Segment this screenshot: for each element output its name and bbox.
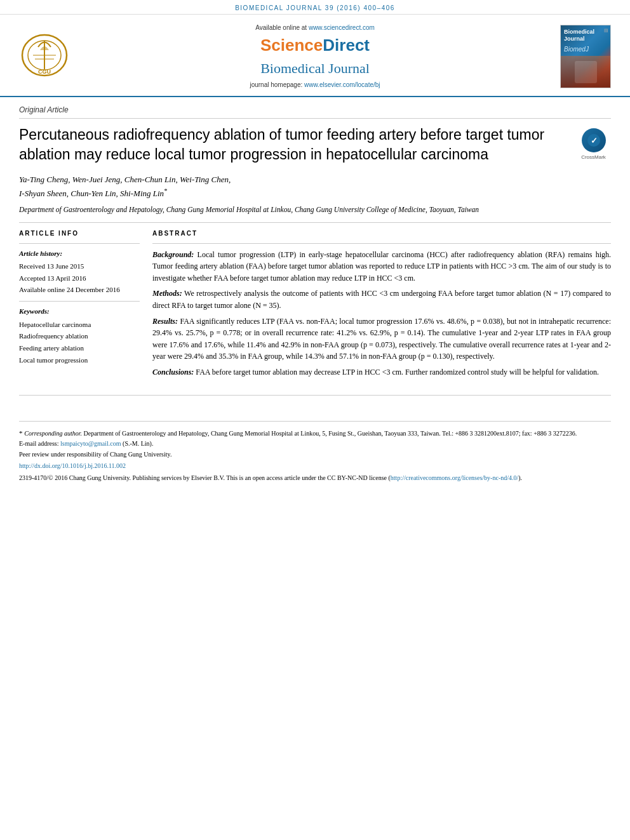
page-wrapper: BIOMEDICAL JOURNAL 39 (2016) 400–406 CGU bbox=[0, 0, 630, 840]
doi-text[interactable]: http://dx.doi.org/10.1016/j.bj.2016.11.0… bbox=[19, 462, 126, 469]
svg-text:✓: ✓ bbox=[590, 136, 597, 145]
conclusions-paragraph: Conclusions: FAA before target tumor abl… bbox=[152, 366, 611, 378]
cover-title: BiomedicalJournal bbox=[564, 29, 607, 43]
article-type: Original Article bbox=[19, 105, 611, 119]
results-paragraph: Results: FAA significantly reduces LTP (… bbox=[152, 316, 611, 363]
keyword-1: Hepatocellular carcinoma bbox=[19, 319, 140, 331]
corresponding-address: Department of Gastroenterology and Hepat… bbox=[84, 430, 577, 437]
conclusions-text: FAA before target tumor ablation may dec… bbox=[196, 368, 599, 377]
email-label: E-mail address: bbox=[19, 440, 58, 447]
keyword-2: Radiofrequency ablation bbox=[19, 330, 140, 342]
direct-text: Direct bbox=[323, 36, 370, 55]
copyright-line: 2319-4170/© 2016 Chang Gung University. … bbox=[19, 473, 611, 483]
corresponding-star: * bbox=[164, 187, 167, 194]
history-label: Article history: bbox=[19, 249, 140, 258]
background-paragraph: Background: Local tumor progression (LTP… bbox=[152, 249, 611, 284]
crossmark-svg: ✓ bbox=[587, 133, 601, 147]
footer-section: * Corresponding author. Department of Ga… bbox=[19, 421, 611, 484]
crossmark-icon: ✓ bbox=[582, 128, 606, 152]
cover-subtitle: BiomedJ bbox=[564, 45, 607, 54]
article-info-header: ARTICLE INFO bbox=[19, 229, 140, 238]
article-dates: Received 13 June 2015 Accepted 13 April … bbox=[19, 260, 140, 296]
accepted-date: Accepted 13 April 2016 bbox=[19, 272, 140, 284]
results-label: Results: bbox=[152, 317, 178, 326]
two-column-layout: ARTICLE INFO Article history: Received 1… bbox=[19, 229, 611, 382]
methods-label: Methods: bbox=[152, 289, 182, 298]
keywords-label: Keywords: bbox=[19, 307, 140, 316]
left-column: ARTICLE INFO Article history: Received 1… bbox=[19, 229, 140, 382]
keywords-section: Keywords: Hepatocellular carcinoma Radio… bbox=[19, 307, 140, 366]
email-owner: (S.-M. Lin). bbox=[123, 440, 153, 447]
journal-homepage: journal homepage: www.elsevier.com/locat… bbox=[83, 81, 547, 90]
email-address[interactable]: lsmpaicyto@gmail.com bbox=[60, 440, 121, 447]
col-divider-2 bbox=[19, 301, 140, 302]
background-label: Background: bbox=[152, 250, 194, 259]
header-section: CGU Available online at www.sciencedirec… bbox=[0, 15, 630, 97]
journal-homepage-label: journal homepage: bbox=[250, 81, 302, 88]
abstract-text: Background: Local tumor progression (LTP… bbox=[152, 249, 611, 378]
header-center: Available online at www.sciencedirect.co… bbox=[83, 23, 547, 90]
peer-review-line: Peer review under responsibility of Chan… bbox=[19, 450, 611, 459]
authors-section: Ya-Ting Cheng, Wen-Juei Jeng, Chen-Chun … bbox=[19, 173, 611, 199]
corresponding-label: Corresponding author. bbox=[24, 430, 82, 437]
crossmark-badge: ✓ CrossMark bbox=[576, 128, 611, 161]
available-online-text: Available online at www.sciencedirect.co… bbox=[83, 23, 547, 32]
journal-name-header: Biomedical Journal bbox=[83, 59, 547, 79]
footnote-star: * bbox=[19, 429, 24, 437]
doi-line[interactable]: http://dx.doi.org/10.1016/j.bj.2016.11.0… bbox=[19, 462, 611, 470]
conclusions-label: Conclusions: bbox=[152, 368, 194, 377]
right-column: ABSTRACT Background: Local tumor progres… bbox=[152, 229, 611, 382]
crossmark-label: CrossMark bbox=[581, 154, 606, 161]
methods-paragraph: Methods: We retrospectively analysis the… bbox=[152, 288, 611, 311]
journal-homepage-url[interactable]: www.elsevier.com/locate/bj bbox=[304, 81, 380, 88]
science-text: Science bbox=[260, 36, 323, 55]
corresponding-author-info: * Corresponding author. Department of Ga… bbox=[19, 428, 611, 439]
article-title: Percutaneous radiofrequency ablation of … bbox=[19, 125, 566, 164]
cgu-logo-svg: CGU bbox=[19, 31, 70, 79]
background-text: Local tumor progression (LTP) in early-s… bbox=[152, 250, 611, 283]
keyword-4: Local tumor progression bbox=[19, 354, 140, 366]
svg-text:CGU: CGU bbox=[38, 69, 51, 75]
received-date: Received 13 June 2015 bbox=[19, 260, 140, 272]
journal-cover: BiomedicalJournal BiomedJ ▤ bbox=[560, 25, 611, 88]
col-divider-3 bbox=[152, 243, 611, 244]
journal-top-bar: BIOMEDICAL JOURNAL 39 (2016) 400–406 bbox=[0, 0, 630, 15]
keyword-3: Feeding artery ablation bbox=[19, 342, 140, 354]
authors-line: Ya-Ting Cheng, Wen-Juei Jeng, Chen-Chun … bbox=[19, 173, 611, 199]
abstract-header: ABSTRACT bbox=[152, 229, 611, 238]
sciencedirect-logo: ScienceDirect bbox=[83, 34, 547, 57]
title-section: Percutaneous radiofrequency ablation of … bbox=[19, 125, 611, 164]
divider-1 bbox=[19, 222, 611, 223]
divider-footer bbox=[19, 395, 611, 396]
email-line: E-mail address: lsmpaicyto@gmail.com (S.… bbox=[19, 439, 611, 449]
available-online-date: Available online 24 December 2016 bbox=[19, 284, 140, 296]
affiliation: Department of Gastroenterology and Hepat… bbox=[19, 204, 611, 215]
cgu-logo: CGU bbox=[19, 31, 76, 82]
main-content: Original Article Percutaneous radiofrequ… bbox=[0, 97, 630, 496]
results-text: FAA significantly reduces LTP (FAA vs. n… bbox=[152, 317, 611, 361]
cc-license-link[interactable]: http://creativecommons.org/licenses/by-n… bbox=[391, 474, 518, 481]
journal-cover-wrapper: BiomedicalJournal BiomedJ ▤ bbox=[554, 25, 611, 88]
col-divider-1 bbox=[19, 243, 140, 244]
methods-text: We retrospectively analysis the outcome … bbox=[152, 289, 611, 310]
journal-citation: BIOMEDICAL JOURNAL 39 (2016) 400–406 bbox=[235, 4, 395, 11]
science-direct-url[interactable]: www.sciencedirect.com bbox=[309, 24, 375, 31]
